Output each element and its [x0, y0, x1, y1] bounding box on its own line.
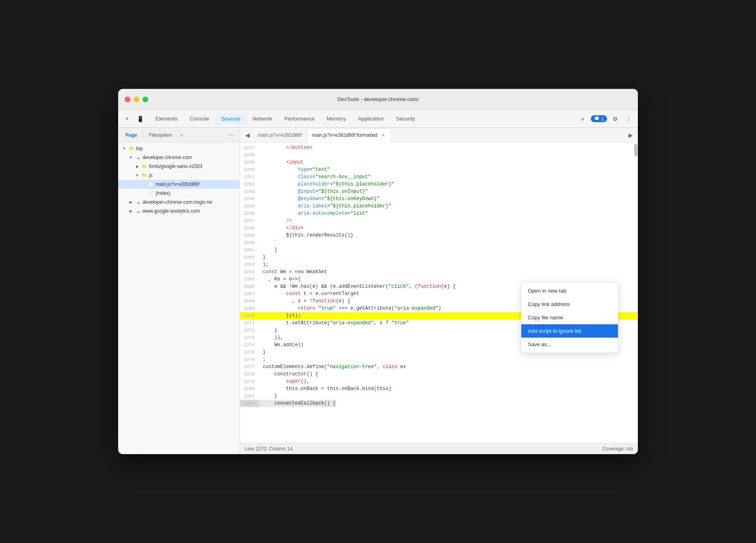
tree-item-analytics[interactable]: ▶ ☁ www.google-analytics.com: [118, 207, 240, 215]
code-tab-label-formatted: main.js?v=e382d86f:formatted: [312, 132, 378, 138]
tree-label-fonts: fonts/google-sans-v2003: [149, 164, 202, 169]
code-tab-label-plain: main.js?v=e382d86f: [258, 132, 302, 138]
context-menu-copy-link[interactable]: Copy link address: [521, 297, 618, 311]
scrollbar-thumb[interactable]: [634, 144, 637, 156]
code-line-2248: 2248: [240, 151, 638, 159]
sidebar-tab-separator: [143, 132, 143, 138]
context-menu-open-new-tab[interactable]: Open in new tab: [521, 284, 618, 297]
status-bar: Line 2270, Column 14 Coverage: n/a: [240, 443, 638, 454]
tab-security[interactable]: Security: [390, 113, 421, 124]
main-tabbar: ⌖ 📱 Elements Console Sources Network Per…: [118, 110, 638, 128]
code-panel: ◀ main.js?v=e382d86f main.js?v=e382d86f:…: [240, 128, 638, 454]
code-line-2255: 2255 aria-label="${this.placeholder}": [240, 203, 638, 210]
tab-memory[interactable]: Memory: [321, 113, 352, 124]
tree-label-top: top: [136, 146, 143, 151]
device-icon-btn[interactable]: 📱: [134, 113, 146, 125]
tree-item-fonts[interactable]: ▶ 📁 fonts/google-sans-v2003: [118, 162, 240, 171]
sidebar-sync-btn[interactable]: ⋯: [227, 130, 236, 140]
tree-label-imgix: developer-chrome-com.imgix.ne: [143, 199, 212, 205]
sidebar-tab-filesystem[interactable]: Filesystem: [145, 131, 176, 140]
tree-label-index: (index): [156, 190, 171, 196]
tree-label-js: js: [149, 172, 153, 178]
code-line-2278: 2278 constructor() {: [240, 371, 638, 378]
cloud-icon-dev-chrome: ☁: [135, 154, 141, 161]
code-line-2281: 2281 }: [240, 392, 638, 400]
tabbar-right: » 💬 1 ⚙ ⋮: [577, 113, 635, 125]
context-menu-save-as[interactable]: Save as...: [521, 338, 618, 351]
folder-icon-fonts: 📁: [141, 163, 148, 170]
tree-item-index[interactable]: ▶ 📄 (index): [118, 189, 240, 198]
file-tree: ▼ 📁 top ▼ ☁ developer.chrome.com ▶ 📁 fon…: [118, 142, 240, 454]
badge-count: 1: [601, 116, 604, 121]
tree-label-analytics: www.google-analytics.com: [143, 208, 200, 214]
more-menu-btn[interactable]: ⋮: [623, 113, 635, 125]
code-line-2253: 2253 @input="${this.onInput}": [240, 188, 638, 195]
status-position: Line 2270, Column 14: [245, 446, 292, 452]
code-line-2279: 2279 super(),: [240, 378, 638, 385]
code-line-2261: 2261 }: [240, 246, 638, 254]
tree-item-top[interactable]: ▼ 📁 top: [118, 144, 240, 153]
code-line-2277: 2277 customElements.define("navigation-t…: [240, 363, 638, 371]
tab-elements[interactable]: Elements: [150, 113, 183, 124]
traffic-lights: [125, 97, 148, 102]
code-panel-collapse-btn[interactable]: ▶: [625, 129, 636, 141]
code-tab-main-js-formatted[interactable]: main.js?v=e382d86f:formatted ✕: [307, 128, 391, 142]
code-line-2262: 2262 }: [240, 254, 638, 261]
settings-btn[interactable]: ⚙: [609, 113, 621, 125]
tree-item-js[interactable]: ▼ 📁 js: [118, 171, 240, 180]
code-tab-main-js-plain[interactable]: main.js?v=e382d86f: [253, 128, 307, 142]
tree-label-main-js: main.js?v=e382d86f: [156, 181, 199, 187]
code-line-2251: 2251 class="search-box__input": [240, 173, 638, 181]
tab-console[interactable]: Console: [184, 113, 215, 124]
folder-icon-js: 📁: [141, 172, 148, 179]
tree-label-dev-chrome: developer.chrome.com: [143, 155, 192, 160]
tab-application[interactable]: Application: [352, 113, 390, 124]
window-title: DevTools - developer.chrome.com/: [337, 96, 419, 102]
tab-sources[interactable]: Sources: [216, 113, 246, 124]
scrollbar-track[interactable]: [634, 142, 638, 443]
close-button[interactable]: [125, 97, 130, 102]
tree-item-dev-chrome[interactable]: ▼ ☁ developer.chrome.com: [118, 153, 240, 162]
code-tab-close-btn[interactable]: ✕: [380, 132, 386, 138]
folder-icon-top: 📁: [128, 145, 135, 152]
code-line-2259: 2259 ${this.renderResults()}: [240, 232, 638, 239]
cursor-icon-btn[interactable]: ⌖: [121, 113, 133, 125]
code-line-2250: 2250 type="text": [240, 166, 638, 173]
sidebar-tab-page[interactable]: Page: [121, 131, 141, 140]
cloud-icon-analytics: ☁: [135, 208, 141, 214]
context-menu: Open in new tab Copy link address Copy f…: [521, 282, 618, 353]
arrow-icon-imgix: ▶: [128, 199, 134, 205]
more-tabs-btn[interactable]: »: [577, 113, 588, 125]
code-line-2258: 2258 </div>: [240, 224, 638, 232]
badge-icon: 💬: [594, 116, 600, 121]
main-content: Page Filesystem » ⋯ ▼ 📁 top: [118, 128, 638, 454]
sidebar: Page Filesystem » ⋯ ▼ 📁 top: [118, 128, 240, 454]
code-line-2249: 2249 <input: [240, 159, 638, 166]
tab-performance[interactable]: Performance: [279, 113, 320, 124]
code-line-2260: 2260 `: [240, 239, 638, 246]
code-line-2282: 2282 connectedCallback() {: [240, 400, 638, 407]
devtools-window: DevTools - developer.chrome.com/ ⌖ 📱 Ele…: [118, 89, 638, 454]
sidebar-actions: ⋯: [227, 130, 236, 140]
arrow-icon-top: ▼: [121, 146, 127, 151]
notifications-badge[interactable]: 💬 1: [591, 115, 607, 122]
code-line-2264: 2264 const We = new WeakSet: [240, 268, 638, 276]
maximize-button[interactable]: [143, 97, 148, 102]
context-menu-add-ignore[interactable]: Add script to ignore list: [521, 324, 618, 338]
code-lines: 2247 </button> 2248 2249 <input 2250: [240, 142, 638, 409]
tree-item-imgix[interactable]: ▶ ☁ developer-chrome-com.imgix.ne: [118, 198, 240, 207]
arrow-icon-fonts: ▶: [134, 164, 140, 169]
sidebar-tabs: Page Filesystem » ⋯: [118, 128, 240, 142]
code-line-2247: 2247 </button>: [240, 144, 638, 151]
tab-network[interactable]: Network: [247, 113, 278, 124]
sidebar-more-btn[interactable]: »: [178, 131, 186, 139]
tree-item-main-js[interactable]: ▶ 📄 main.js?v=e382d86f: [118, 180, 240, 189]
context-menu-copy-filename[interactable]: Copy file name: [521, 311, 618, 324]
code-line-2280: 2280 this.onBack = this.onBack.bind(this…: [240, 385, 638, 392]
code-tab-nav-back[interactable]: ◀: [242, 129, 253, 141]
code-line-2276: 2276 ;: [240, 356, 638, 363]
arrow-icon-dev-chrome: ▼: [128, 155, 134, 160]
status-coverage: Coverage: n/a: [603, 446, 633, 452]
titlebar: DevTools - developer.chrome.com/: [118, 89, 638, 110]
minimize-button[interactable]: [134, 97, 139, 102]
